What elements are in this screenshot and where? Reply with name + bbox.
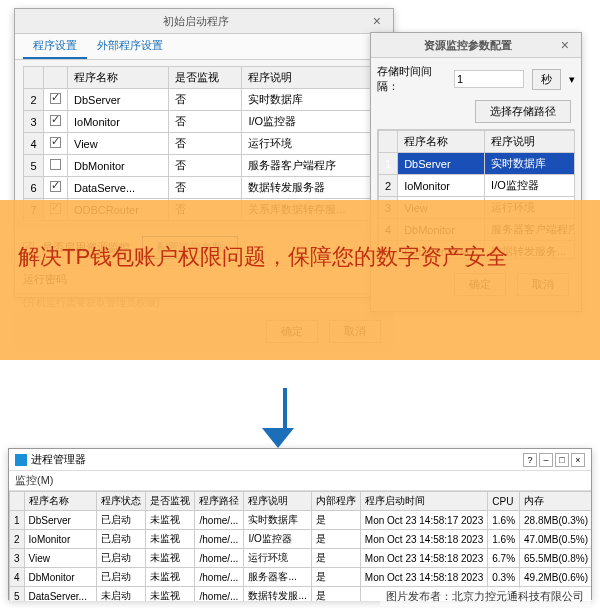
row-checkbox [50,181,61,192]
titlebar[interactable]: 进程管理器 ? – □ × [9,449,591,471]
col-monitor: 是否监视 [168,67,242,89]
table-row[interactable]: 6DataServe...否数据转发服务器 [24,177,385,199]
tab-external-programs[interactable]: 外部程序设置 [87,34,173,59]
store-interval-input[interactable] [454,70,524,88]
close-icon[interactable]: × [571,453,585,467]
col-name: 程序名称 [68,67,169,89]
row-checkbox [50,115,61,126]
store-label: 存储时间间隔： [377,64,450,94]
select-path-button[interactable]: 选择存储路径 [475,100,571,123]
col-desc: 程序说明 [242,67,385,89]
titlebar[interactable]: 初始启动程序 × [15,9,393,34]
tabs: 程序设置 外部程序设置 [15,34,393,60]
tab-program-settings[interactable]: 程序设置 [23,34,87,59]
chevron-down-icon[interactable]: ▾ [569,73,575,86]
minimize-icon[interactable]: – [539,453,553,467]
menu-monitor[interactable]: 监控(M) [15,474,54,486]
window-title: 进程管理器 [31,452,86,467]
row-checkbox [50,159,61,170]
table-row[interactable]: 2IoMonitorI/O监控器否 [379,175,576,197]
overlay-banner: 解决TP钱包账户权限问题，保障您的数字资产安全 [0,200,600,360]
table-row[interactable]: 1DbServer实时数据库是 [379,153,576,175]
attribution-text: 图片发布者：北京力控元通科技有限公司 [380,587,590,606]
store-interval-row: 存储时间间隔： 秒 ▾ [377,64,575,94]
window-title: 资源监控参数配置 [379,38,557,53]
table-row[interactable]: 3View已启动未监视/home/...运行环境是Mon Oct 23 14:5… [10,549,592,568]
row-checkbox [50,93,61,104]
window-title: 初始启动程序 [23,14,369,29]
app-icon [15,454,27,466]
startup-table: 程序名称 是否监视 程序说明 2DbServer否实时数据库3IoMonitor… [23,66,385,221]
table-row[interactable]: 2DbServer否实时数据库 [24,89,385,111]
titlebar[interactable]: 资源监控参数配置 × [371,33,581,58]
table-row[interactable]: 1DbServer已启动未监视/home/...实时数据库是Mon Oct 23… [10,511,592,530]
table-row[interactable]: 4DbMonitor已启动未监视/home/...服务器客...是Mon Oct… [10,568,592,587]
col-desc: 程序说明 [485,131,575,153]
table-row[interactable]: 3IoMonitor否I/O监控器 [24,111,385,133]
maximize-icon[interactable]: □ [555,453,569,467]
table-row[interactable]: 2IoMonitor已启动未监视/home/...I/O监控器是Mon Oct … [10,530,592,549]
table-row[interactable]: 4View否运行环境 [24,133,385,155]
close-icon[interactable]: × [557,37,573,53]
unit-select[interactable]: 秒 [532,69,561,90]
banner-text: 解决TP钱包账户权限问题，保障您的数字资产安全 [18,240,582,273]
arrow-down-icon [276,388,294,448]
col-name: 程序名称 [398,131,485,153]
process-manager-window: 进程管理器 ? – □ × 监控(M) 程序名称程序状态是否监视程序路径程序说明… [8,448,592,600]
process-table: 程序名称程序状态是否监视程序路径程序说明内部程序程序启动时间CPU内存 1DbS… [9,491,591,601]
row-checkbox [50,137,61,148]
close-icon[interactable]: × [369,13,385,29]
help-icon[interactable]: ? [523,453,537,467]
table-row[interactable]: 5DbMonitor否服务器客户端程序 [24,155,385,177]
menubar: 监控(M) [9,471,591,491]
